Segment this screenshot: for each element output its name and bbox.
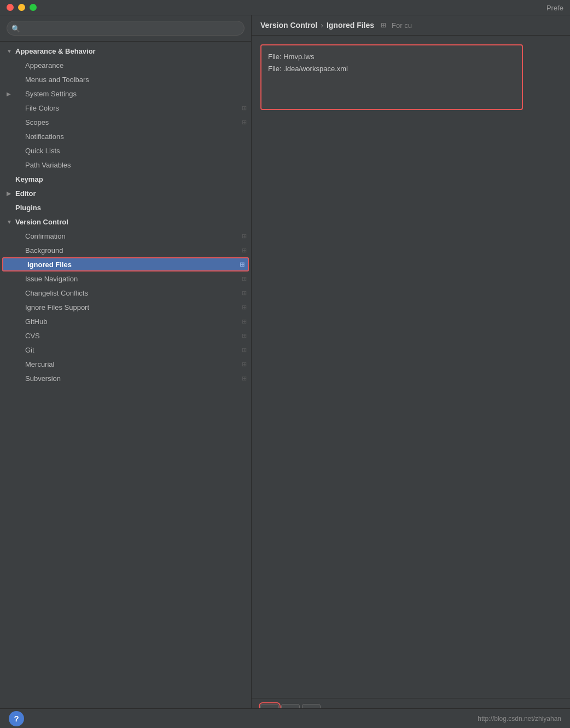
sidebar-item-plugins[interactable]: Plugins — [0, 200, 251, 215]
sidebar-item-keymap[interactable]: Keymap — [0, 172, 251, 186]
sidebar-item-appearance-behavior[interactable]: ▼ Appearance & Behavior — [0, 44, 251, 58]
window-controls — [7, 4, 37, 11]
sidebar-item-menus-toolbars[interactable]: Menus and Toolbars — [0, 72, 251, 86]
sidebar-item-label: Mercurial — [25, 360, 54, 368]
main-container: 🔍 ▼ Appearance & Behavior Appearance Men… — [0, 15, 570, 728]
sidebar-item-path-variables[interactable]: Path Variables — [0, 158, 251, 172]
sidebar-item-label: Editor — [15, 189, 36, 198]
sidebar-item-label: Ignored Files — [27, 261, 72, 269]
breadcrumb-parent: Version Control — [260, 21, 317, 30]
search-wrapper: 🔍 — [7, 21, 245, 36]
help-icon: ? — [14, 714, 19, 723]
sidebar-item-ignore-files-support[interactable]: Ignore Files Support ⊞ — [0, 300, 251, 314]
sidebar-item-label: GitHub — [25, 317, 47, 326]
copy-icon: ⊞ — [242, 375, 247, 382]
file-entry-1: File: Hmvp.iws — [268, 51, 515, 63]
sidebar-item-label: Notifications — [25, 132, 64, 141]
copy-icon: ⊞ — [242, 332, 247, 339]
sidebar-item-subversion[interactable]: Subversion ⊞ — [0, 371, 251, 385]
sidebar-item-git[interactable]: Git ⊞ — [0, 343, 251, 357]
bottom-url: http://blog.csdn.net/zhiyahan — [478, 715, 561, 723]
sidebar-item-label: Subversion — [25, 374, 61, 383]
copy-icon: ⊞ — [242, 361, 247, 368]
copy-icon: ⊞ — [242, 105, 247, 112]
content-area: Version Control › Ignored Files ⊞ For cu… — [252, 15, 570, 728]
sidebar-item-label: Scopes — [25, 118, 49, 126]
close-button[interactable] — [7, 4, 14, 11]
sidebar-item-label: System Settings — [25, 90, 77, 98]
sidebar-item-label: Keymap — [15, 175, 43, 183]
help-button[interactable]: ? — [9, 711, 24, 726]
breadcrumb-separator: › — [321, 21, 323, 30]
minimize-button[interactable] — [18, 4, 25, 11]
sidebar-item-label: Git — [25, 346, 34, 354]
sidebar-item-label: Changelist Conflicts — [25, 289, 88, 297]
sidebar-item-label: Appearance — [25, 61, 63, 70]
sidebar-item-label: Issue Navigation — [25, 275, 78, 283]
sidebar-item-background[interactable]: Background ⊞ — [0, 243, 251, 257]
copy-icon: ⊞ — [242, 290, 247, 297]
content-body: File: Hmvp.iws File: .idea/workspace.xml — [252, 36, 570, 698]
expand-arrow-icon: ▶ — [7, 91, 14, 97]
sidebar-item-label: CVS — [25, 332, 40, 340]
expand-arrow-icon: ▼ — [7, 48, 14, 54]
sidebar-item-issue-navigation[interactable]: Issue Navigation ⊞ — [0, 271, 251, 286]
copy-icon: ⊞ — [242, 233, 247, 240]
sidebar-item-file-colors[interactable]: File Colors ⊞ — [0, 101, 251, 115]
sidebar-item-label: Path Variables — [25, 161, 71, 169]
sidebar-item-label: Menus and Toolbars — [25, 76, 89, 84]
sidebar-item-quick-lists[interactable]: Quick Lists — [0, 143, 251, 158]
copy-icon: ⊞ — [240, 261, 245, 268]
search-input[interactable] — [7, 21, 245, 36]
copy-icon: ⊞ — [242, 119, 247, 126]
search-icon: 🔍 — [11, 24, 20, 32]
breadcrumb: Version Control › Ignored Files ⊞ For cu — [252, 15, 570, 36]
copy-icon: ⊞ — [242, 318, 247, 325]
sidebar-item-label: Background — [25, 246, 63, 255]
sidebar-item-mercurial[interactable]: Mercurial ⊞ — [0, 357, 251, 371]
sidebar-item-system-settings[interactable]: ▶ System Settings — [0, 86, 251, 101]
sidebar-item-cvs[interactable]: CVS ⊞ — [0, 328, 251, 343]
sidebar-item-label: Appearance & Behavior — [15, 47, 96, 55]
sidebar-item-label: Confirmation — [25, 232, 66, 240]
window-title: Prefe — [546, 3, 563, 11]
sidebar-item-notifications[interactable]: Notifications — [0, 129, 251, 143]
copy-icon: ⊞ — [242, 346, 247, 354]
sidebar-item-label: Plugins — [15, 204, 41, 212]
copy-icon: ⊞ — [242, 304, 247, 311]
sidebar-item-editor[interactable]: ▶ Editor — [0, 186, 251, 200]
sidebar-item-label: Quick Lists — [25, 147, 60, 155]
copy-icon: ⊞ — [242, 247, 247, 254]
titlebar: Prefe — [0, 0, 570, 15]
expand-arrow-icon: ▼ — [7, 219, 14, 225]
ignored-files-box: File: Hmvp.iws File: .idea/workspace.xml — [260, 44, 523, 110]
sidebar-item-confirmation[interactable]: Confirmation ⊞ — [0, 229, 251, 243]
breadcrumb-for-text: For cu — [392, 21, 412, 30]
sidebar-item-ignored-files[interactable]: Ignored Files ⊞ — [2, 257, 249, 271]
sidebar-item-scopes[interactable]: Scopes ⊞ — [0, 115, 251, 129]
breadcrumb-copy-icon: ⊞ — [381, 21, 386, 29]
expand-arrow-icon: ▶ — [7, 190, 14, 197]
sidebar-item-version-control[interactable]: ▼ Version Control — [0, 215, 251, 229]
breadcrumb-current: Ignored Files — [327, 21, 374, 30]
sidebar-item-label: Version Control — [15, 218, 68, 226]
sidebar-item-changelist-conflicts[interactable]: Changelist Conflicts ⊞ — [0, 286, 251, 300]
sidebar-item-github[interactable]: GitHub ⊞ — [0, 314, 251, 328]
bottom-bar: ? http://blog.csdn.net/zhiyahan — [0, 708, 570, 728]
sidebar: 🔍 ▼ Appearance & Behavior Appearance Men… — [0, 15, 252, 728]
sidebar-item-label: Ignore Files Support — [25, 303, 89, 311]
file-entry-2: File: .idea/workspace.xml — [268, 63, 515, 75]
sidebar-item-appearance[interactable]: Appearance — [0, 58, 251, 72]
maximize-button[interactable] — [30, 4, 37, 11]
sidebar-tree: ▼ Appearance & Behavior Appearance Menus… — [0, 42, 251, 728]
copy-icon: ⊞ — [242, 275, 247, 282]
sidebar-item-label: File Colors — [25, 104, 59, 112]
search-container: 🔍 — [0, 15, 251, 42]
